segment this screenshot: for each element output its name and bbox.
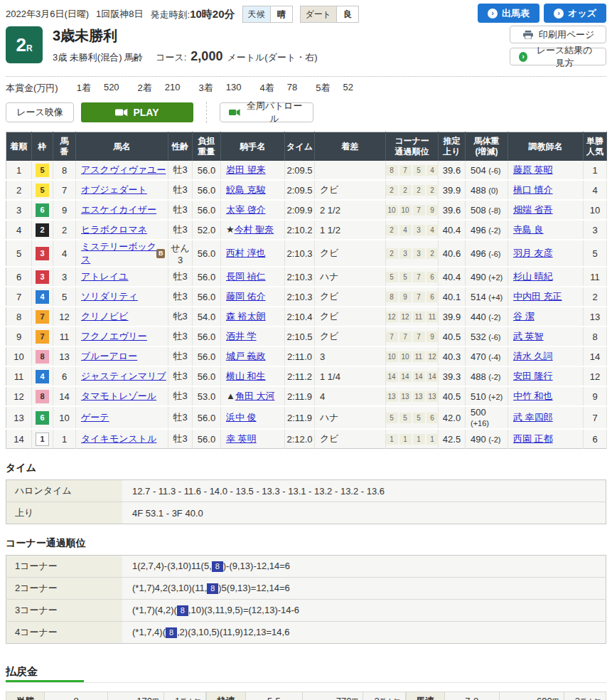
jockey-name-link[interactable]: 幸 英明	[226, 433, 257, 444]
bracket-cell: 3	[32, 240, 53, 267]
corner-order-post: ,2)(3,10,5)(11,9)12,13=14,6	[177, 627, 289, 637]
jockey-name-link[interactable]: 浜中 俊	[226, 412, 257, 423]
horse-number: 3	[53, 267, 76, 287]
jockey-name-link[interactable]: 岩田 望来	[226, 164, 266, 175]
finish-position: 3	[6, 200, 32, 220]
jockey-name-link[interactable]: 城戸 義政	[226, 351, 266, 361]
horse-name-link[interactable]: ヒラボクロマネ	[81, 223, 147, 236]
jockey-name-link[interactable]: 藤岡 佑介	[226, 291, 266, 302]
horse-name-cell: タマモトレゾール	[76, 386, 168, 406]
result-guide-button[interactable]: › レース結果の見方	[510, 48, 606, 65]
trainer-cell: 清水 久詞	[508, 346, 584, 366]
trainer-name-link[interactable]: 藤原 英昭	[513, 164, 553, 175]
trainer-name-link[interactable]: 中内田 充正	[513, 291, 562, 302]
last-3f-time: 42.5	[439, 429, 466, 449]
horse-name-cell: ソリダリティ	[76, 287, 168, 307]
corner-position: 14	[386, 371, 398, 382]
trainer-name-link[interactable]: 寺島 良	[513, 224, 544, 235]
finish-time: 2:10.3	[285, 267, 315, 287]
trainer-name-link[interactable]: 杉山 晴紀	[513, 271, 553, 282]
column-header: 馬 番	[53, 132, 76, 161]
carried-weight: 53.0	[193, 386, 221, 406]
horse-name-link[interactable]: ソリダリティ	[81, 290, 138, 303]
trainer-name-link[interactable]: 清水 久詞	[513, 351, 553, 361]
top-bar: 2022年3月6日(日曜) 1回阪神8日 発走時刻:10時20分 天候 晴 ダー…	[6, 4, 606, 25]
corner-position: 4	[399, 225, 412, 235]
horse-name-link[interactable]: クリノビビ	[81, 310, 129, 323]
corner-row: 2コーナー(*1,7)4,2(3,10)(11,8)5(9,13)=12,14=…	[6, 578, 606, 600]
horse-name-link[interactable]: タイキモンストル	[81, 433, 156, 445]
horse-name-link[interactable]: フクノエヴリー	[81, 330, 147, 343]
yen-suffix: 円	[552, 698, 559, 700]
trainer-name-link[interactable]: 西園 正都	[513, 433, 553, 444]
weather-value: 晴	[271, 6, 292, 22]
patrol-video-button[interactable]: 全周パトロール	[220, 102, 313, 122]
horse-weight-diff: (-6)	[488, 166, 500, 175]
trainer-cell: 橋口 慎介	[508, 180, 584, 200]
finish-position: 14	[6, 429, 32, 449]
horse-number: 12	[53, 307, 76, 327]
race-title: 3歳未勝利	[53, 26, 318, 46]
print-page-button[interactable]: 印刷用ページ	[510, 26, 606, 43]
jockey-name-link[interactable]: 長岡 禎仁	[226, 271, 266, 282]
prize-amount: 210	[165, 82, 181, 95]
bracket-cell: 7	[32, 327, 53, 346]
race-video-button[interactable]: レース映像	[6, 102, 74, 122]
trainer-cell: 中内田 充正	[508, 287, 584, 307]
race-number: 2	[16, 34, 26, 56]
trainer-name-link[interactable]: 安田 隆行	[513, 371, 553, 381]
corner-row-value: (*1,7)(4,2)(8,10)(3,11,9,5)=(12,13)-14-6	[122, 600, 606, 622]
horse-weight: 510	[471, 391, 488, 402]
last-3f-time: 40.3	[439, 346, 466, 366]
trainer-name-link[interactable]: 中竹 和也	[513, 391, 553, 401]
horse-weight-diff: (-6)	[488, 250, 500, 258]
odds-button[interactable]: › オッズ	[544, 4, 606, 23]
horse-number: 11	[53, 327, 76, 346]
last-3f-time: 40.4	[439, 267, 466, 287]
corner-position: 7	[413, 292, 425, 302]
horse-name-link[interactable]: ブルーアロー	[81, 350, 137, 363]
finish-time: 2:09.5	[285, 161, 315, 180]
jockey-name-link[interactable]: 今村 聖奈	[235, 224, 274, 235]
finish-time: 2:11.9	[285, 386, 315, 406]
horse-name-link[interactable]: ゲーテ	[81, 411, 109, 424]
horse-name-link[interactable]: オブジェダート	[81, 184, 147, 196]
carried-weight: 56.0	[193, 180, 221, 200]
corner-position: 1	[426, 434, 439, 445]
course-label: コース:	[156, 51, 186, 64]
patrol-video-label: 全周パトロール	[245, 100, 304, 125]
entries-button[interactable]: › 出馬表	[478, 4, 539, 23]
jockey-name-link[interactable]: 森 裕太朗	[226, 311, 266, 322]
jockey-name-link[interactable]: 角田 大河	[235, 391, 275, 401]
trainer-name-link[interactable]: 羽月 友彦	[513, 248, 553, 258]
trainer-name-link[interactable]: 橋口 慎介	[513, 184, 553, 195]
race-class: 3歳 未勝利(混合) 馬齢	[53, 51, 143, 64]
horse-weight: 514	[471, 292, 488, 302]
horse-name-link[interactable]: ジャスティンマリブ	[81, 370, 166, 383]
finish-position: 7	[6, 287, 32, 307]
trainer-name-link[interactable]: 武 英智	[513, 331, 544, 341]
horse-name-link[interactable]: ミステリーボックス	[81, 240, 156, 266]
horse-name-link[interactable]: タマモトレゾール	[81, 390, 156, 403]
horse-number: 14	[53, 386, 76, 406]
jockey-name-link[interactable]: 西村 淳也	[226, 248, 266, 258]
payout-popularity-value: 3	[374, 696, 379, 700]
corner-position: 2	[426, 185, 439, 196]
corner-position: 2	[413, 185, 425, 196]
horse-name-link[interactable]: アトレイユ	[81, 270, 129, 283]
horse-name-link[interactable]: エスケイカイザー	[81, 203, 156, 216]
horse-name-wrap: タイキモンストル	[81, 433, 166, 445]
jockey-name-link[interactable]: 横山 和生	[226, 371, 266, 381]
trainer-name-link[interactable]: 畑端 省吾	[513, 204, 553, 215]
jockey-name-link[interactable]: 酒井 学	[226, 331, 257, 341]
trainer-name-link[interactable]: 谷 潔	[513, 311, 535, 322]
jockey-name-link[interactable]: 太宰 啓介	[226, 204, 266, 215]
horse-name-wrap: ヒラボクロマネ	[81, 223, 166, 236]
jockey-name-link[interactable]: 鮫島 克駿	[226, 184, 266, 195]
trainer-name-link[interactable]: 武 幸四郎	[513, 412, 553, 423]
time-row-value: 4F 53.1 - 3F 40.0	[122, 502, 606, 524]
win-popularity: 4	[584, 180, 607, 200]
horse-name-link[interactable]: アスクヴィヴァユー	[81, 164, 166, 176]
corner-position: 9	[426, 332, 439, 342]
play-button[interactable]: PLAY	[81, 102, 193, 122]
